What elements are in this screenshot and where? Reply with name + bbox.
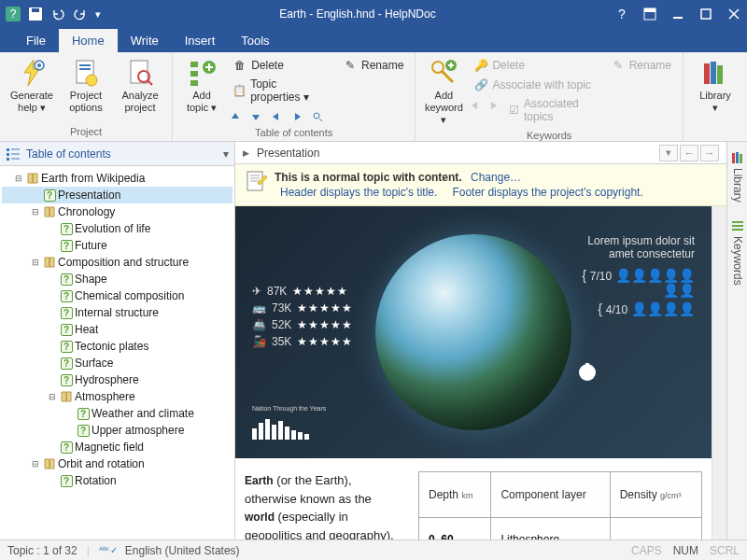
body-text[interactable]: Earth (or the Earth), otherwise known as… [245, 471, 403, 539]
expander-icon[interactable] [30, 189, 41, 201]
expander-icon[interactable] [47, 441, 58, 453]
move-down-button[interactable] [247, 108, 264, 125]
rail-keywords-tab[interactable]: Keywords [731, 216, 744, 289]
prev-keyword-button[interactable] [468, 97, 482, 114]
sidebar-dropdown[interactable]: ▾ [223, 147, 229, 161]
project-options-button[interactable]: Project options [60, 54, 112, 118]
sidebar: Table of contents ▾ ⊟Earth from Wikipedi… [0, 142, 235, 539]
tree-item[interactable]: ?Magnetic field [2, 439, 233, 455]
topic-properties-button[interactable]: 📋Topic properties ▾ [227, 76, 331, 105]
expander-icon[interactable] [63, 408, 75, 419]
menu-tools[interactable]: Tools [228, 29, 282, 52]
hero-stat-row: 🚌73K★★★★★ [252, 301, 353, 315]
menu-file[interactable]: File [13, 29, 59, 52]
expander-icon[interactable]: ⊟ [30, 206, 41, 217]
expander-icon[interactable] [63, 425, 75, 436]
save-icon[interactable] [28, 7, 43, 21]
next-keyword-button[interactable] [486, 97, 500, 114]
breadcrumb-arrow-icon[interactable]: ▶ [243, 148, 249, 158]
tree-item[interactable]: ⊟Orbit and rotation [2, 455, 233, 472]
associated-topics-button[interactable]: ☑Associated topics [504, 97, 599, 123]
hero-stat-row: 🚂35K★★★★★ [252, 335, 353, 348]
expander-icon[interactable]: ⊟ [13, 173, 24, 184]
tree-item[interactable]: ?Upper atmosphere [2, 422, 233, 439]
tree-item[interactable]: ⊟Atmosphere [2, 388, 233, 405]
infobar-change-link[interactable]: Change… [471, 171, 521, 184]
editor-scrollbar[interactable] [712, 206, 726, 539]
breadcrumb-text[interactable]: Presentation [257, 147, 319, 160]
expander-icon[interactable] [47, 223, 58, 234]
tree-item[interactable]: ?Evolution of life [2, 220, 233, 237]
rename-keyword-button[interactable]: ✎Rename [605, 56, 677, 75]
editor-area[interactable]: ✈87K★★★★★🚌73K★★★★★🚢52K★★★★★🚂35K★★★★★ Nat… [235, 206, 712, 539]
status-language[interactable]: English (United States) [125, 544, 240, 557]
rail-library-tab[interactable]: Library [731, 147, 744, 206]
tree-item-label: Surface [75, 357, 113, 370]
hero-stat-row: 🚢52K★★★★★ [252, 318, 353, 331]
expander-icon[interactable] [47, 357, 58, 369]
move-left-button[interactable] [268, 108, 285, 125]
tree-item[interactable]: ⊟Composition and structure [2, 254, 233, 271]
infobar-status: This is a normal topic with content. [275, 171, 462, 184]
analyze-project-button[interactable]: Analyze project [114, 54, 166, 118]
expander-icon[interactable]: ⊟ [47, 391, 58, 402]
expander-icon[interactable] [47, 324, 58, 335]
generate-help-button[interactable]: Generate help ▾ [6, 54, 58, 118]
expander-icon[interactable]: ⊟ [30, 458, 41, 469]
tree-item[interactable]: ?Shape [2, 271, 233, 287]
tree-item[interactable]: ?Hydrosphere [2, 371, 233, 388]
undo-icon[interactable] [50, 7, 65, 21]
tree-item-label: Orbit and rotation [58, 457, 145, 470]
minimize-icon[interactable] [670, 7, 685, 21]
rename-topic-button[interactable]: ✎Rename [337, 56, 409, 75]
tree-item[interactable]: ⊟Earth from Wikipedia [2, 170, 233, 187]
help-icon[interactable]: ? [614, 7, 629, 21]
tree-item[interactable]: ?Chemical composition [2, 287, 233, 304]
close-icon[interactable] [726, 7, 741, 21]
move-up-button[interactable] [227, 108, 244, 125]
dropdown-button[interactable]: ▾ [659, 145, 678, 161]
expander-icon[interactable] [47, 475, 58, 486]
tree-item[interactable]: ?Heat [2, 321, 233, 338]
redo-icon[interactable] [73, 7, 88, 21]
move-right-button[interactable] [289, 108, 305, 125]
infobar-footer-link[interactable]: Footer displays the project's copyright. [452, 186, 642, 199]
question-icon: ? [60, 289, 73, 302]
expander-icon[interactable] [47, 240, 58, 251]
find-topic-button[interactable] [309, 108, 326, 125]
add-topic-button[interactable]: Add topic ▾ [178, 54, 225, 118]
expander-icon[interactable] [47, 374, 58, 385]
tree-item[interactable]: ?Tectonic plates [2, 338, 233, 355]
delete-topic-button[interactable]: 🗑Delete [227, 56, 331, 75]
expander-icon[interactable] [47, 290, 58, 301]
infobar-header-link[interactable]: Header displays the topic's title. [280, 186, 437, 199]
expander-icon[interactable] [47, 341, 58, 352]
expander-icon[interactable] [47, 307, 58, 318]
delete-keyword-button[interactable]: 🔑Delete [468, 56, 599, 75]
add-keyword-button[interactable]: Add keyword ▾ [421, 54, 466, 130]
menu-home[interactable]: Home [59, 29, 118, 52]
tree-item[interactable]: ?Internal structure [2, 304, 233, 321]
info-bar: This is a normal topic with content. Cha… [235, 164, 726, 206]
tree-item[interactable]: ?Weather and climate [2, 405, 233, 422]
expander-icon[interactable] [47, 273, 58, 285]
menu-insert[interactable]: Insert [172, 29, 229, 52]
tree-item[interactable]: ⊟Chronology [2, 203, 233, 220]
tree-item[interactable]: ?Rotation [2, 472, 233, 489]
toc-tree[interactable]: ⊟Earth from Wikipedia?Presentation⊟Chron… [0, 166, 234, 539]
tree-item[interactable]: ?Surface [2, 355, 233, 371]
maximize-icon[interactable] [698, 7, 713, 21]
nav-forward-button[interactable]: → [700, 145, 719, 161]
associate-keyword-button[interactable]: 🔗Associate with topic [468, 76, 599, 94]
library-button[interactable]: Library ▾ [689, 54, 741, 118]
ribbon: Generate help ▾ Project options Analyze … [0, 52, 747, 142]
ribbon-toggle-icon[interactable] [642, 7, 657, 21]
tree-item[interactable]: ?Presentation [2, 187, 233, 203]
spellcheck-icon[interactable]: ᴬᴮᶜ✓ [99, 545, 118, 555]
tree-item[interactable]: ?Future [2, 237, 233, 254]
nav-back-button[interactable]: ← [680, 145, 698, 161]
menu-write[interactable]: Write [118, 29, 172, 52]
expander-icon[interactable]: ⊟ [30, 257, 41, 268]
svg-rect-20 [190, 71, 198, 77]
data-table: Depth km Component layer Density g/cm³ 0… [418, 471, 702, 539]
